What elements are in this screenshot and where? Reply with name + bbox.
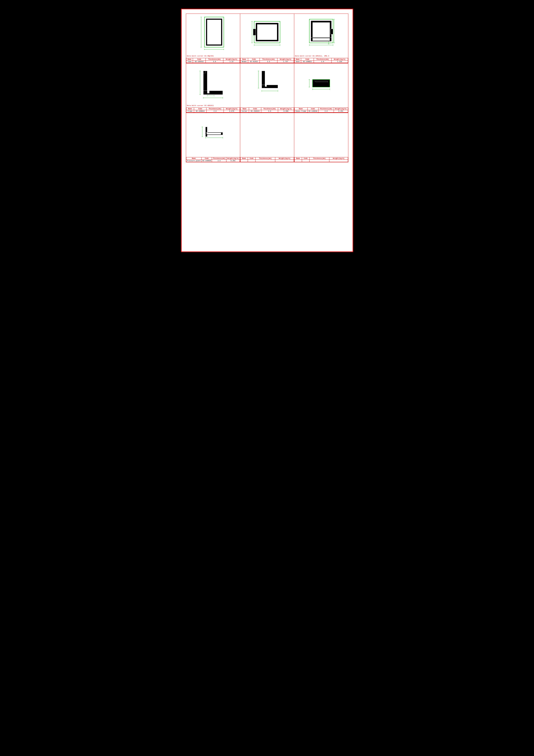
note-empty-3 [294,154,348,157]
th-thickness: Thickness(mm) [212,157,226,160]
td-code-gf: DC-14004A [307,110,318,113]
th-thickness: Thickness(mm) [260,58,277,61]
th-thickness: Thickness(mm) [310,157,329,160]
diagram-pressure-plate [186,113,240,154]
table-sash: Name Code Thickness(mm) Weight(kg/m) Sas… [294,58,348,63]
svg-tube [199,16,227,53]
cell-beams: Name Code Thickness(mm) Weight(kg/m) Bea… [240,14,294,63]
row-2-diagrams: Note:With corner DC-GR5011 Name Code Thi… [186,63,348,113]
td-code-sash: DC-160B22 [301,61,314,63]
td-name: Tube [186,61,193,63]
cell-empty-2: Name Code Thickness(mm) Weight(kg/m) [240,113,294,162]
td-thickness-sash: 2.0 [314,61,332,63]
svg-rect-78 [207,133,221,134]
th-code: Code [307,108,318,110]
th-code: Code [301,58,314,61]
th-code: Code [194,108,206,110]
note-beams [240,55,294,58]
th-thickness: Thickness(mm) [318,108,334,110]
th-name: Name [240,108,249,110]
td-code-e3 [302,160,309,162]
svg-rect-11 [257,24,277,40]
td-weight-frame: 0.870 [224,110,240,113]
diagram-empty-2 [240,113,294,154]
th-name: Name [294,108,307,110]
svg-rect-21 [313,22,330,40]
svg-rect-35 [207,91,209,93]
td-name-corner: Corner [240,110,249,113]
th-weight: Weight(kg/m) [278,108,294,110]
cell-empty-3: Name Code Thickness(mm) Weight(kg/m) [294,113,348,162]
td-name-gf: Glass frame [294,110,307,113]
table-beams: Name Code Thickness(mm) Weight(kg/m) Bea… [240,58,294,63]
th-code: Code [201,157,212,160]
note-tube: Note:With corner DC-MQCX01 [186,55,240,58]
td-thickness-corner: 3.0 [261,110,278,113]
note-frame: Note:With corner DC-GR5011 [186,104,240,108]
td-thickness-e2 [255,160,275,162]
td-thickness: 3.0 [206,61,223,63]
svg-rect-24 [330,29,333,34]
svg-rect-23 [313,38,330,41]
th-weight: Weight(kg/m) [329,157,348,160]
td-code-e2 [248,160,255,162]
td-code-frame: DC-160B19 [194,110,206,113]
th-weight: Weight(kg/m) [332,58,348,61]
svg-pressure-plate [197,115,229,152]
svg-glass-frame [306,69,336,99]
td-weight-sash: 1.156 [332,61,348,63]
diagram-corner [240,63,294,104]
th-weight: Weight(kg/m) [224,108,240,110]
note-pp [186,154,240,157]
diagram-empty-3 [294,113,348,154]
table-empty-3: Name Code Thickness(mm) Weight(kg/m) [294,157,348,162]
th-name: Name [186,157,201,160]
diagram-beams [240,14,294,55]
td-thickness-frame: 2.0 [206,110,224,113]
td-weight: 2.22 [223,61,240,63]
svg-rect-76 [206,127,207,137]
svg-sash [306,17,336,51]
svg-frame [197,67,229,101]
td-name-pp: Pressure plate [186,160,201,162]
diagram-frame [186,63,240,104]
svg-rect-48 [265,85,267,87]
th-code: Code [248,58,260,61]
td-thickness-gf: 2.0 [318,110,334,113]
cell-pressure-plate: Name Code Thickness(mm) Weight(kg/m) Pre… [186,113,240,162]
th-name: Name [294,157,302,160]
td-name-sash: Sash [294,61,301,63]
th-name: Name [294,58,301,61]
cell-glass-frame: Name Code Thickness(mm) Weight(kg/m) Gla… [294,63,348,113]
th-weight: Weight(kg/m) [226,157,240,160]
diagram-tube [186,14,240,55]
th-code: Code [248,157,255,160]
svg-corner [252,68,282,100]
th-weight: Weight(kg/m) [334,108,348,110]
th-thickness: Thickness(mm) [206,108,224,110]
td-name-e3 [294,160,302,162]
th-name: Name [186,108,194,110]
th-weight: Weight(kg/m) [277,58,294,61]
svg-rect-2 [207,20,221,44]
svg-beams [251,17,283,51]
table-frame: Name Code Thickness(mm) Weight(kg/m) Fra… [186,108,240,113]
td-weight-e3 [329,160,348,162]
table-glass-frame: Name Code Thickness(mm) Weight(kg/m) Gla… [294,108,348,113]
diagram-sash [294,14,348,55]
td-thickness-pp: 2.5 [212,160,226,162]
row-1-diagrams: Note:With corner DC-MQCX01 Name Code Thi… [186,14,348,63]
td-code-pp: DC-14005A [201,160,212,162]
td-thickness-e3 [310,160,329,162]
cell-corner: Name Code Thickness(mm) Weight(kg/m) Cor… [240,63,294,113]
note-corner [240,104,294,108]
th-code: Code [249,108,261,110]
td-name-beams: Beams [240,61,248,63]
td-code-corner: DC-J50X23 [249,110,261,113]
svg-rect-36 [203,71,206,73]
th-name: Name [240,58,248,61]
table-empty-2: Name Code Thickness(mm) Weight(kg/m) [240,157,294,162]
th-weight: Weight(kg/m) [275,157,294,160]
svg-rect-47 [262,85,278,88]
note-sash: Note:With corner DC-GR5011, JM8.4 [294,55,348,58]
